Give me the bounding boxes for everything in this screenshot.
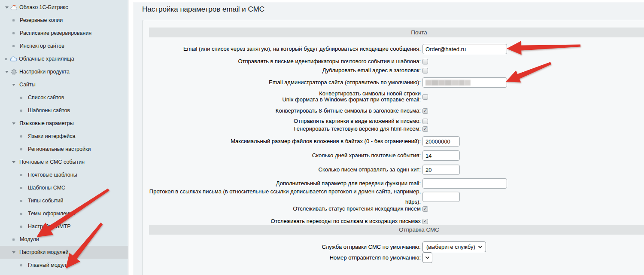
bullet-icon [20,148,22,150]
field-label-line1: Конвертировать символы новой строки [319,90,421,97]
field-label: Сколько дней хранить почтовые события: [149,150,421,161]
sidebar-item[interactable]: Список сайтов [0,91,128,104]
field-label: Отслеживать переходы по ссылкам в исходя… [149,218,421,225]
bullet-icon [12,45,15,47]
images-as-attachments-checkbox[interactable] [422,119,428,124]
expand-triangle-icon[interactable] [5,6,9,9]
form-row: Отправлять в письме идентификаторы почто… [143,58,644,65]
sidebar-item-label: Настройки модулей [19,249,69,255]
expand-triangle-icon[interactable] [5,71,9,73]
mails-per-hit-input[interactable] [422,165,460,175]
form-row: Email (или список через запятую), на кот… [143,44,644,54]
cloud-storage-icon [10,56,17,62]
expand-triangle-icon[interactable] [12,84,15,86]
field-label: Отслеживать статус прочтения исходящих п… [149,205,421,212]
field-label: Конвертировать 8-битные символы в заголо… [149,107,421,114]
section-header: Отправка СМС [149,225,644,235]
sidebar-item[interactable]: Инспектор сайтов [0,40,128,52]
sidebar-item-label: Настройки продукта [19,69,70,75]
sidebar-item[interactable]: Облако 1С-Битрикс [0,1,128,14]
expand-triangle-icon[interactable] [12,161,15,163]
generate-text-version-checkbox[interactable] [422,126,428,132]
form-row: Сколько дней хранить почтовые события: [143,150,644,161]
field-control [422,150,460,161]
sidebar-item-label: Сайты [19,82,36,88]
sidebar-item[interactable]: Языковые параметры [0,117,128,130]
field-label: Конвертировать символы новой строкиUnix … [149,91,421,103]
form-row: Отслеживать статус прочтения исходящих п… [143,205,644,212]
section-header: Почта [149,28,644,37]
convert-newline-checkbox[interactable] [422,94,428,100]
masked-text-block [452,80,459,86]
bullet-icon [12,32,15,34]
track-link-clicks-checkbox[interactable] [422,219,428,224]
expand-triangle-icon[interactable] [12,251,15,254]
field-control [422,126,428,132]
send-event-ids-checkbox[interactable] [422,59,428,64]
field-label: Email (или список через запятую), на кот… [149,44,421,54]
form-row: Максимальный размер файлов вложения в ба… [143,136,644,147]
field-label: Сколько писем отправлять за один хит: [149,165,421,175]
duplicate-email-input[interactable] [422,44,507,54]
sidebar-item[interactable]: Шаблоны сайтов [0,104,128,117]
bullet-icon [12,238,15,241]
mail-events-days-input[interactable] [422,150,460,161]
field-label: Номер отправителя по умолчанию: [149,252,421,263]
sidebar-item[interactable]: Облачные хранилища [0,52,128,65]
field-label: Протокол в ссылках письма (в относительн… [149,186,421,207]
duplicate-email-header-checkbox[interactable] [422,68,428,73]
gear-icon [10,69,17,75]
field-control [422,192,460,202]
sidebar-item-label: Типы событий [28,198,63,204]
sidebar-item[interactable]: Почтовые и СМС события [0,156,128,168]
field-control [422,68,428,73]
workspace: Настройка параметров email и СМС ПочтаEm… [134,2,644,275]
bullet-icon [12,19,15,21]
sidebar-item[interactable]: Региональные настройки [0,143,128,156]
sidebar-item-label: Языки интерфейса [28,133,75,139]
bullet-icon [20,187,22,189]
sidebar-item[interactable]: Модули [0,233,128,246]
field-control [422,44,507,54]
field-label-line2: Unix формата в Windows формат при отправ… [282,96,421,103]
sidebar-item[interactable]: Почтовые шаблоны [0,168,128,181]
convert-8bit-checkbox[interactable] [422,108,428,114]
sidebar-item[interactable]: Сайты [0,78,128,91]
sidebar-item[interactable]: Темы оформления [0,207,128,220]
field-label: Генерировать текстовую версию для html-п… [149,125,421,132]
sidebar-item-label: Список сайтов [28,95,64,101]
link-protocol-input[interactable] [422,192,460,202]
sidebar-item-label: Шаблоны СМС [28,185,65,191]
chevron-down-icon [425,257,429,259]
sidebar-item-label: Языковые параметры [19,120,74,126]
select-value: (выберите службу) [426,244,475,250]
field-control [422,59,428,64]
sidebar-item[interactable]: Главный модуль [0,259,128,272]
max-attachment-size-input[interactable] [422,136,460,147]
sidebar-item[interactable]: Расписание резервирования [0,27,128,40]
expand-triangle-icon[interactable] [12,122,15,125]
sidebar-item[interactable]: Типы событий [0,194,128,207]
sidebar-item[interactable]: Языки интерфейса [0,130,128,143]
form-row: Номер отправителя по умолчанию: [143,252,644,263]
sms-service-select[interactable]: (выберите службу) [422,241,486,252]
sms-sender-select[interactable] [422,252,432,263]
track-read-status-checkbox[interactable] [422,206,428,212]
sidebar-item[interactable]: Настройки модулей [0,246,128,259]
form-section: ПочтаEmail (или список через запятую), н… [143,28,644,225]
sidebar-item-label: Расписание резервирования [20,30,91,36]
form-row: Дублировать email адрес в заголовок: [143,67,644,74]
admin-email-input[interactable] [422,77,507,88]
mail-function-param-input[interactable] [422,178,507,189]
sidebar-item-label: Модули [20,236,39,242]
field-control [422,108,428,114]
field-control: (выберите службу) [422,241,486,252]
bullet-icon [20,264,22,266]
bullet-icon [20,97,22,99]
sidebar-item[interactable]: Настройки продукта [0,65,128,78]
field-label: Служба отправки СМС по умолчанию: [149,241,421,252]
sidebar-item[interactable]: Шаблоны СМС [0,181,128,194]
sidebar-item[interactable]: Настройки SMTP [0,220,128,233]
sidebar-item[interactable]: Резервные копии [0,14,128,27]
cloud-bitrix-icon [10,4,17,11]
